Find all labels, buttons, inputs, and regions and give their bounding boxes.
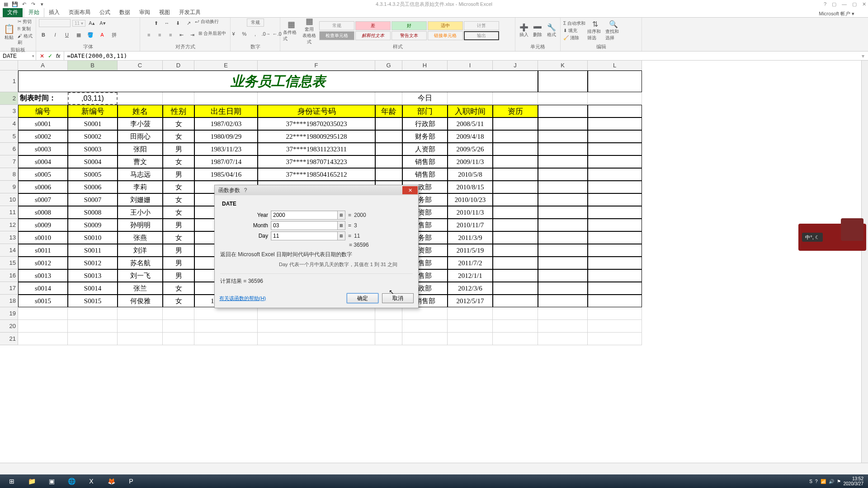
row-header[interactable]: 19 xyxy=(0,307,18,320)
cell[interactable] xyxy=(18,333,68,345)
enter-formula-icon[interactable]: ✓ xyxy=(48,53,52,59)
cell[interactable]: 女 xyxy=(163,282,194,295)
cell[interactable] xyxy=(163,333,194,345)
ok-button[interactable]: 确定 xyxy=(347,293,378,303)
format-painter-button[interactable]: 🖌 格式刷 xyxy=(18,33,33,46)
border-icon[interactable]: ▦ xyxy=(74,30,83,39)
help-icon[interactable]: ? xyxy=(824,1,826,7)
taskbar-explorer-icon[interactable]: 📁 xyxy=(22,475,42,487)
cell[interactable]: S0008 xyxy=(68,206,118,219)
cell[interactable]: s0009 xyxy=(18,219,68,231)
row-header[interactable]: 14 xyxy=(0,244,18,257)
cell[interactable]: 2010/8/15 xyxy=(448,181,493,193)
insert-cells-button[interactable]: ➕插入 xyxy=(518,20,530,42)
editing-cell[interactable]: ,03,11) xyxy=(68,92,118,105)
style-explain[interactable]: 解释性文本 xyxy=(355,31,391,40)
tray-network-icon[interactable]: 📶 xyxy=(821,479,826,484)
cell[interactable]: 37****198311232311 xyxy=(258,143,375,155)
taskbar-app1-icon[interactable]: ▣ xyxy=(42,475,61,487)
cell[interactable]: 部门 xyxy=(402,105,448,117)
cell[interactable] xyxy=(493,269,538,282)
range-select-icon[interactable]: ⊞ xyxy=(337,211,345,220)
cell[interactable]: 2010/11/3 xyxy=(448,206,493,219)
row-header[interactable]: 12 xyxy=(0,219,18,231)
clear-button[interactable]: 🧹 清除 xyxy=(563,35,585,41)
font-color-icon[interactable]: A xyxy=(98,30,107,39)
select-all-corner[interactable] xyxy=(0,61,18,70)
cell[interactable] xyxy=(258,320,375,333)
cell[interactable]: S0003 xyxy=(68,143,118,155)
cell[interactable] xyxy=(538,320,588,333)
cell[interactable] xyxy=(538,307,588,320)
cell[interactable]: 女 xyxy=(163,295,194,307)
row-header[interactable]: 20 xyxy=(0,320,18,333)
cell[interactable] xyxy=(375,168,402,181)
cell[interactable] xyxy=(375,143,402,155)
cell[interactable]: 资历 xyxy=(493,105,538,117)
col-header-I[interactable]: I xyxy=(448,61,493,70)
cell[interactable] xyxy=(588,143,642,155)
cell[interactable] xyxy=(588,105,642,117)
cell[interactable]: 编号 xyxy=(18,105,68,117)
account-label[interactable]: Microsoft 帐户 ▾ xyxy=(819,10,854,17)
cell[interactable] xyxy=(448,320,493,333)
cancel-formula-icon[interactable]: ✕ xyxy=(40,53,44,59)
bold-icon[interactable]: B xyxy=(39,30,48,39)
tab-view[interactable]: 视图 xyxy=(155,8,175,17)
row-header[interactable]: 18 xyxy=(0,295,18,307)
tab-layout[interactable]: 页面布局 xyxy=(64,8,95,17)
ime-widget[interactable]: 中°, ☾ xyxy=(798,224,866,251)
cell[interactable]: s0013 xyxy=(18,269,68,282)
undo-icon[interactable]: ↶ xyxy=(21,1,27,7)
cell[interactable] xyxy=(68,320,118,333)
style-neutral[interactable]: 适中 xyxy=(428,21,463,30)
cell[interactable]: S0002 xyxy=(68,130,118,143)
cell[interactable]: 姓名 xyxy=(118,105,163,117)
dialog-help-icon[interactable]: ? xyxy=(240,186,251,194)
currency-icon[interactable]: ¥ xyxy=(229,29,238,38)
cell[interactable] xyxy=(493,155,538,168)
tray-flag-icon[interactable]: ⚑ xyxy=(837,479,841,484)
tab-formulas[interactable]: 公式 xyxy=(95,8,115,17)
cell[interactable]: 1980/09/29 xyxy=(194,130,258,143)
cell[interactable]: 马志远 xyxy=(118,168,163,181)
cell[interactable] xyxy=(375,320,402,333)
cell[interactable] xyxy=(588,117,642,130)
arg-input-year[interactable] xyxy=(271,211,338,220)
cell[interactable] xyxy=(538,130,588,143)
row-header[interactable]: 13 xyxy=(0,231,18,244)
italic-icon[interactable]: I xyxy=(51,30,60,39)
style-link[interactable]: 链接单元格 xyxy=(428,31,463,40)
format-cells-button[interactable]: 🔧格式 xyxy=(546,20,557,42)
cell[interactable]: S0007 xyxy=(68,193,118,206)
sheet-title[interactable]: 业务员工信息表 xyxy=(18,70,538,92)
cell[interactable]: 出生日期 xyxy=(194,105,258,117)
maximize-icon[interactable]: ▢ xyxy=(852,1,857,7)
align-top-icon[interactable]: ⬆ xyxy=(151,19,160,28)
cell[interactable] xyxy=(538,117,588,130)
cell[interactable]: 刘一飞 xyxy=(118,269,163,282)
font-size-dropdown[interactable]: 11 ▾ xyxy=(72,20,85,27)
delete-cells-button[interactable]: ➖删除 xyxy=(532,20,543,42)
align-bottom-icon[interactable]: ⬇ xyxy=(173,19,182,28)
cell[interactable]: S0006 xyxy=(68,181,118,193)
cell[interactable]: s0003 xyxy=(18,143,68,155)
cell[interactable] xyxy=(588,295,642,307)
cell[interactable] xyxy=(448,92,493,105)
cell[interactable] xyxy=(588,320,642,333)
cell[interactable]: 孙明明 xyxy=(118,219,163,231)
col-header-L[interactable]: L xyxy=(588,61,642,70)
start-button[interactable]: ⊞ xyxy=(2,475,22,487)
cell[interactable]: s0005 xyxy=(18,168,68,181)
cell[interactable]: 2012/1/1 xyxy=(448,269,493,282)
cut-button[interactable]: ✂ 剪切 xyxy=(18,19,33,25)
row-header[interactable]: 21 xyxy=(0,333,18,345)
cell[interactable]: 2012/3/6 xyxy=(448,282,493,295)
cell[interactable]: s0004 xyxy=(18,155,68,168)
cell[interactable]: S0014 xyxy=(68,282,118,295)
cell[interactable]: S0012 xyxy=(68,257,118,269)
tab-file[interactable]: 文件 xyxy=(3,8,23,17)
row-header[interactable]: 1 xyxy=(0,70,18,92)
sort-filter-button[interactable]: ⇅排序和筛选 xyxy=(587,20,604,42)
col-header-D[interactable]: D xyxy=(163,61,194,70)
